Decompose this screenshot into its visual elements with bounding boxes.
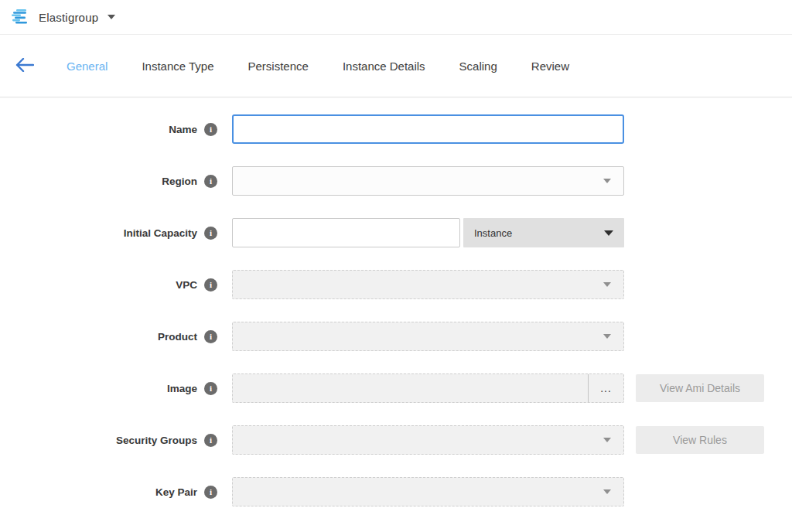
image-input: ...	[232, 373, 624, 403]
chevron-down-icon	[603, 334, 611, 339]
image-input-value	[233, 374, 588, 402]
tab-review[interactable]: Review	[514, 60, 586, 73]
form-row-initial-capacity: Initial Capacity i Instance	[0, 218, 792, 247]
chevron-down-icon	[603, 489, 611, 494]
form-row-key-pair: Key Pair i	[0, 477, 792, 506]
capacity-unit-select[interactable]: Instance	[463, 218, 624, 247]
info-icon[interactable]: i	[204, 175, 217, 188]
tab-scaling[interactable]: Scaling	[442, 60, 514, 73]
security-groups-select	[232, 425, 624, 455]
app-title: Elastigroup	[39, 11, 98, 24]
form-row-region: Region i	[0, 166, 792, 196]
form-row-security-groups: Security Groups i View Rules	[0, 425, 792, 455]
form-row-name: Name i	[0, 114, 792, 144]
wizard-tab-bar: General Instance Type Persistence Instan…	[0, 35, 792, 97]
tab-instance-type[interactable]: Instance Type	[125, 60, 230, 73]
tab-instance-details[interactable]: Instance Details	[326, 60, 442, 73]
info-icon[interactable]: i	[204, 382, 217, 395]
region-label: Region	[162, 176, 197, 187]
view-rules-button: View Rules	[636, 426, 764, 454]
tab-general[interactable]: General	[50, 60, 125, 73]
region-select[interactable]	[232, 166, 624, 196]
top-bar: Elastigroup	[0, 0, 792, 35]
wizard-tabs: General Instance Type Persistence Instan…	[50, 60, 586, 73]
info-icon[interactable]: i	[204, 227, 217, 240]
name-input[interactable]	[232, 114, 624, 144]
form-row-image: Image i ... View Ami Details	[0, 373, 792, 403]
chevron-down-icon	[603, 282, 611, 287]
security-groups-label: Security Groups	[116, 435, 197, 446]
elastigroup-logo-icon	[11, 9, 31, 26]
chevron-down-icon	[603, 179, 611, 183]
product-label: Product	[158, 331, 197, 343]
vpc-label: VPC	[176, 279, 197, 291]
general-settings-form: Name i Region i Initial Capacity i Inst	[0, 97, 792, 506]
vpc-select	[232, 270, 624, 299]
info-icon[interactable]: i	[204, 330, 217, 343]
back-arrow-icon	[15, 58, 34, 74]
elastigroup-product-menu[interactable]: Elastigroup	[11, 9, 115, 26]
tab-persistence[interactable]: Persistence	[231, 60, 326, 73]
back-button[interactable]	[0, 50, 50, 81]
key-pair-select	[232, 477, 624, 506]
image-label: Image	[167, 383, 197, 394]
initial-capacity-input[interactable]	[232, 218, 460, 247]
info-icon[interactable]: i	[204, 486, 217, 499]
image-browse-button: ...	[588, 374, 623, 402]
chevron-down-icon	[603, 438, 611, 442]
form-row-vpc: VPC i	[0, 270, 792, 299]
initial-capacity-label: Initial Capacity	[124, 227, 197, 239]
key-pair-label: Key Pair	[155, 486, 197, 498]
info-icon[interactable]: i	[204, 278, 217, 292]
name-label: Name	[169, 124, 197, 135]
form-row-product: Product i	[0, 322, 792, 351]
info-icon[interactable]: i	[204, 123, 217, 136]
product-select	[232, 322, 624, 351]
capacity-unit-value: Instance	[474, 227, 512, 239]
chevron-down-icon	[604, 230, 613, 236]
chevron-down-icon	[108, 15, 115, 19]
view-ami-details-button: View Ami Details	[636, 374, 764, 402]
info-icon[interactable]: i	[204, 434, 217, 447]
